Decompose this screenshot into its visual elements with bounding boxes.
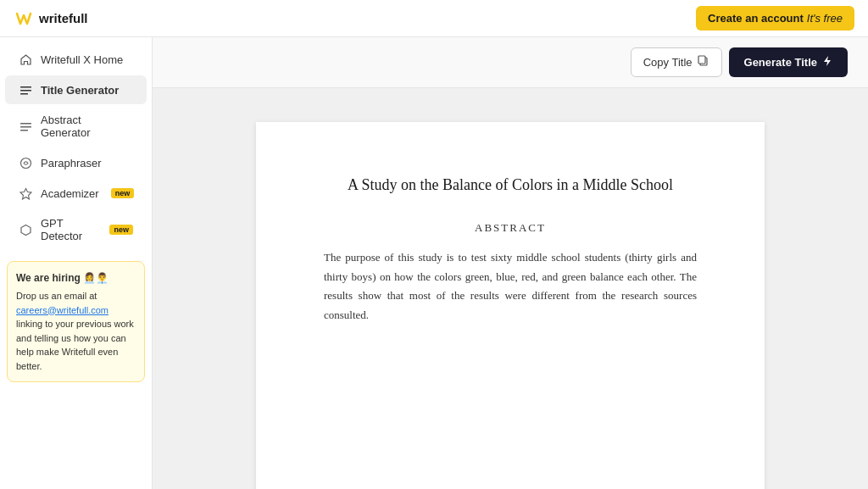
- main-layout: Writefull X Home Title Generator Abstrac…: [0, 37, 868, 489]
- generate-title-label: Generate Title: [744, 56, 817, 69]
- abstract-text: The purpose of this study is to test six…: [324, 248, 697, 325]
- sidebar-item-academizer-label: Academizer: [41, 187, 99, 200]
- svg-rect-9: [698, 56, 705, 64]
- content-area: Copy Title Generate Title A Study on the…: [153, 37, 868, 489]
- document-paper: A Study on the Balance of Colors in a Mi…: [256, 122, 765, 489]
- sidebar: Writefull X Home Title Generator Abstrac…: [0, 37, 153, 489]
- svg-point-6: [20, 158, 31, 168]
- svg-rect-0: [20, 86, 31, 88]
- sidebar-item-gpt-detector-label: GPT Detector: [41, 217, 97, 242]
- sidebar-item-academizer[interactable]: Academizer new: [5, 179, 147, 208]
- sidebar-item-home-label: Writefull X Home: [41, 53, 123, 66]
- hiring-title: We are hiring 👩‍💼👨‍💼: [16, 270, 136, 286]
- document-title: A Study on the Balance of Colors in a Mi…: [324, 173, 697, 197]
- academizer-icon: [19, 186, 32, 200]
- topbar: writefull Create an account It's free: [0, 0, 868, 37]
- writefull-logo-icon: [14, 8, 34, 29]
- abstract-generator-icon: [19, 119, 32, 133]
- hiring-email[interactable]: careers@writefull.com: [16, 305, 108, 315]
- svg-rect-4: [20, 126, 31, 128]
- cta-label: Create an account: [708, 12, 804, 25]
- logo-text: writefull: [39, 11, 88, 25]
- sidebar-item-paraphraser-label: Paraphraser: [41, 157, 102, 169]
- generate-title-button[interactable]: Generate Title: [729, 47, 848, 77]
- cta-free: It's free: [807, 12, 843, 25]
- sidebar-item-title-generator-label: Title Generator: [41, 84, 119, 97]
- sidebar-item-paraphraser[interactable]: Paraphraser: [5, 148, 147, 177]
- svg-rect-5: [20, 130, 28, 131]
- document-area: A Study on the Balance of Colors in a Mi…: [153, 88, 868, 489]
- abstract-heading: ABSTRACT: [324, 221, 697, 235]
- hiring-suffix: linking to your previous work and tellin…: [16, 319, 134, 371]
- paraphraser-icon: [19, 156, 32, 169]
- svg-rect-2: [20, 93, 28, 95]
- copy-title-button[interactable]: Copy Title: [631, 47, 722, 77]
- home-icon: [19, 53, 32, 66]
- svg-marker-10: [824, 56, 831, 66]
- bolt-icon: [822, 55, 832, 69]
- gpt-detector-icon: [19, 223, 32, 236]
- create-account-button[interactable]: Create an account It's free: [696, 6, 854, 31]
- sidebar-item-abstract-generator-label: Abstract Generator: [41, 114, 133, 139]
- hiring-box: We are hiring 👩‍💼👨‍💼 Drop us an email at…: [7, 261, 145, 382]
- sidebar-item-gpt-detector[interactable]: GPT Detector new: [5, 209, 147, 250]
- svg-marker-7: [20, 188, 31, 199]
- copy-icon: [698, 55, 709, 69]
- sidebar-item-home[interactable]: Writefull X Home: [5, 45, 147, 74]
- sidebar-item-title-generator[interactable]: Title Generator: [5, 75, 147, 104]
- title-generator-icon: [19, 83, 32, 97]
- copy-title-label: Copy Title: [643, 56, 693, 69]
- svg-rect-3: [20, 123, 31, 125]
- toolbar: Copy Title Generate Title: [153, 37, 868, 88]
- academizer-badge: new: [111, 188, 135, 198]
- hiring-body: Drop us an email at: [16, 291, 97, 301]
- svg-rect-1: [20, 90, 31, 92]
- sidebar-item-abstract-generator[interactable]: Abstract Generator: [5, 106, 147, 147]
- gpt-detector-badge: new: [109, 225, 133, 235]
- logo: writefull: [14, 8, 88, 29]
